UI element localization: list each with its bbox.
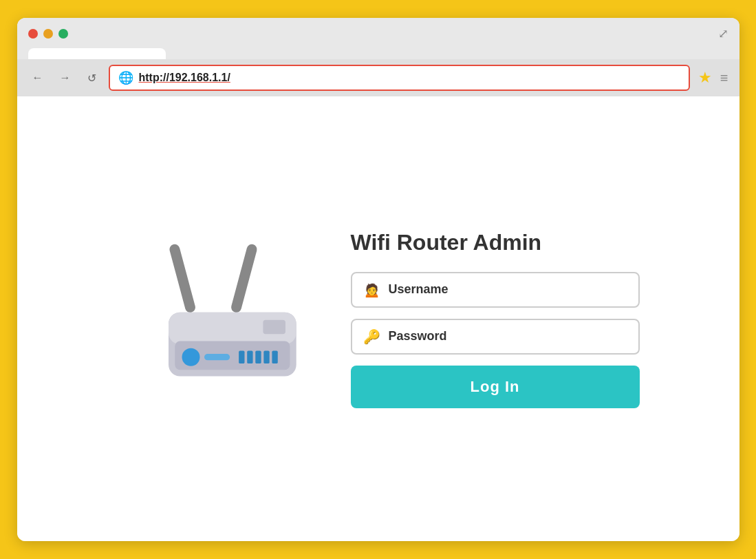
svg-rect-0 — [168, 243, 196, 314]
browser-window: ⤢ ← → ↺ 🌐 http://192.168.1.1/ ★ ≡ — [17, 18, 739, 541]
password-input-wrapper[interactable]: 🔑 — [351, 319, 640, 355]
svg-rect-10 — [263, 350, 269, 363]
maximize-button[interactable] — [58, 29, 68, 39]
password-icon: 🔑 — [363, 328, 380, 345]
svg-rect-7 — [239, 350, 244, 363]
login-button[interactable]: Log In — [351, 366, 640, 408]
svg-rect-11 — [272, 350, 277, 363]
back-button[interactable]: ← — [28, 69, 47, 87]
username-input-wrapper[interactable]: 🙍 — [351, 272, 640, 308]
nav-bar: ← → ↺ 🌐 http://192.168.1.1/ ★ ≡ — [17, 59, 739, 96]
svg-rect-6 — [204, 354, 230, 360]
menu-icon[interactable]: ≡ — [720, 70, 728, 86]
content-area: Wifi Router Admin 🙍 🔑 Log In — [17, 96, 739, 541]
svg-rect-9 — [255, 350, 261, 363]
close-button[interactable] — [28, 29, 38, 39]
login-form: Wifi Router Admin 🙍 🔑 Log In — [351, 230, 640, 408]
svg-rect-8 — [247, 350, 252, 363]
bookmark-icon[interactable]: ★ — [698, 69, 712, 87]
tab-bar — [28, 48, 728, 59]
minimize-button[interactable] — [43, 29, 53, 39]
password-input[interactable] — [389, 329, 627, 344]
traffic-lights — [28, 29, 68, 39]
globe-icon: 🌐 — [118, 70, 133, 85]
title-bar: ⤢ — [17, 18, 739, 59]
window-controls: ⤢ — [28, 26, 728, 41]
svg-point-5 — [182, 348, 199, 366]
router-illustration — [117, 229, 310, 408]
username-input[interactable] — [389, 282, 627, 297]
url-text: http://192.168.1.1/ — [139, 72, 230, 84]
active-tab[interactable] — [28, 48, 166, 59]
svg-rect-12 — [263, 320, 285, 334]
address-bar[interactable]: 🌐 http://192.168.1.1/ — [109, 65, 690, 91]
svg-rect-1 — [230, 243, 258, 314]
fullscreen-icon[interactable]: ⤢ — [718, 26, 728, 41]
forward-button[interactable]: → — [56, 69, 75, 87]
page-title: Wifi Router Admin — [351, 230, 640, 255]
router-svg — [124, 229, 303, 408]
username-icon: 🙍 — [363, 282, 380, 298]
reload-button[interactable]: ↺ — [83, 69, 100, 87]
